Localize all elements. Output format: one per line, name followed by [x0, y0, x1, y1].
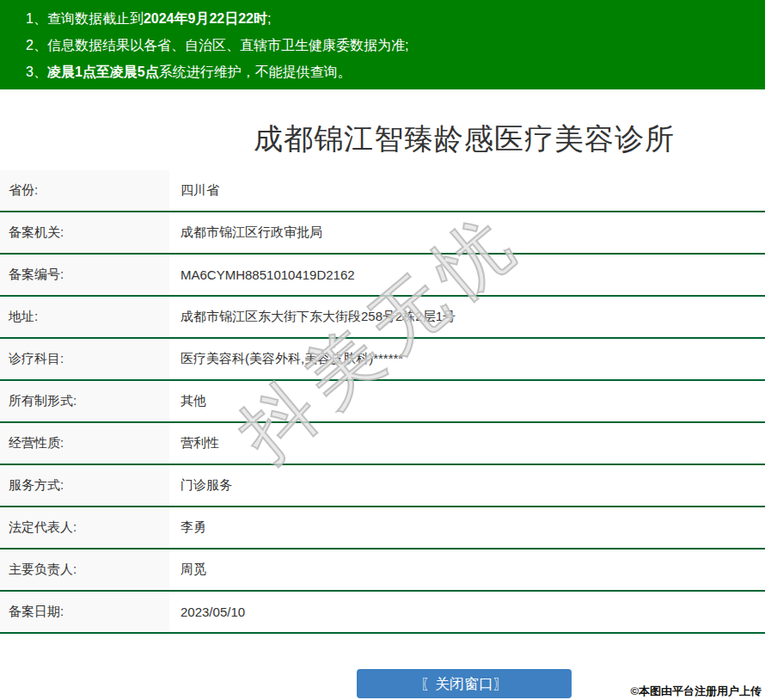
row-label: 服务方式:: [0, 465, 169, 506]
row-value: 门诊服务: [169, 465, 765, 506]
notice-bar: 1、查询数据截止到2024年9月22日22时; 2、信息数据结果以各省、自治区、…: [0, 0, 765, 89]
notice-2-number: 2、: [26, 38, 47, 52]
notice-line-3: 3、凌晨1点至凌晨5点系统进行维护，不能提供查询。: [26, 58, 765, 85]
row-value: 成都市锦江区行政审批局: [169, 212, 765, 253]
row-value: 周觅: [169, 550, 765, 590]
table-row-legal-representative: 法定代表人: 李勇: [0, 507, 765, 550]
notice-3-number: 3、: [26, 64, 47, 79]
row-value: MA6CYMH8851010419D2162: [169, 255, 765, 295]
row-label: 诊疗科目:: [0, 339, 169, 379]
row-value: 四川省: [169, 170, 765, 211]
page: 1、查询数据截止到2024年9月22日22时; 2、信息数据结果以各省、自治区、…: [0, 0, 765, 698]
record-table: 省份: 四川省 备案机关: 成都市锦江区行政审批局 备案编号: MA6CYMH8…: [0, 170, 765, 634]
notice-1-tail: ;: [267, 11, 271, 26]
page-title: 成都锦江智臻龄感医疗美容诊所: [0, 118, 765, 159]
table-row-medical-subjects: 诊疗科目: 医疗美容科(美容外科,美容皮肤科)******: [0, 339, 765, 381]
upload-credit-note: ©本图由平台注册用户上传: [630, 684, 762, 699]
table-row-business-nature: 经营性质: 营利性: [0, 423, 765, 465]
row-label: 经营性质:: [0, 423, 169, 464]
row-label: 主要负责人:: [0, 550, 169, 590]
table-row-province: 省份: 四川省: [0, 170, 765, 212]
table-row-filing-authority: 备案机关: 成都市锦江区行政审批局: [0, 212, 765, 255]
notice-1-number: 1、: [26, 11, 47, 26]
row-value: 2023/05/10: [169, 592, 765, 632]
table-row-principal: 主要负责人: 周觅: [0, 550, 765, 592]
row-label: 所有制形式:: [0, 381, 169, 421]
close-window-button[interactable]: 〖关闭窗口〗: [357, 669, 572, 698]
notice-3-tail: 系统进行维护，不能提供查询。: [159, 64, 352, 79]
row-value: 李勇: [169, 507, 765, 548]
row-label: 备案机关:: [0, 212, 169, 253]
row-label: 备案编号:: [0, 255, 169, 295]
table-row-ownership: 所有制形式: 其他: [0, 381, 765, 423]
row-label: 地址:: [0, 297, 169, 337]
notice-line-2: 2、信息数据结果以各省、自治区、直辖市卫生健康委数据为准;: [26, 32, 765, 58]
row-value: 成都市锦江区东大街下东大街段258号2栋2层1号: [169, 297, 765, 337]
notice-1-text: 查询数据截止到: [47, 11, 144, 26]
notice-1-bold: 2024年9月22日22时: [144, 11, 267, 26]
notice-3-bold: 凌晨1点至凌晨5点: [47, 64, 159, 79]
row-value: 营利性: [169, 423, 765, 464]
table-row-service-mode: 服务方式: 门诊服务: [0, 465, 765, 507]
table-row-address: 地址: 成都市锦江区东大街下东大街段258号2栋2层1号: [0, 297, 765, 339]
row-value: 其他: [169, 381, 765, 421]
table-row-filing-number: 备案编号: MA6CYMH8851010419D2162: [0, 255, 765, 297]
table-row-filing-date: 备案日期: 2023/05/10: [0, 592, 765, 634]
row-label: 法定代表人:: [0, 507, 169, 548]
notice-line-1: 1、查询数据截止到2024年9月22日22时;: [26, 5, 765, 32]
row-value: 医疗美容科(美容外科,美容皮肤科)******: [169, 339, 765, 379]
row-label: 备案日期:: [0, 592, 169, 632]
notice-2-text: 信息数据结果以各省、自治区、直辖市卫生健康委数据为准;: [47, 38, 408, 52]
row-label: 省份:: [0, 170, 169, 211]
